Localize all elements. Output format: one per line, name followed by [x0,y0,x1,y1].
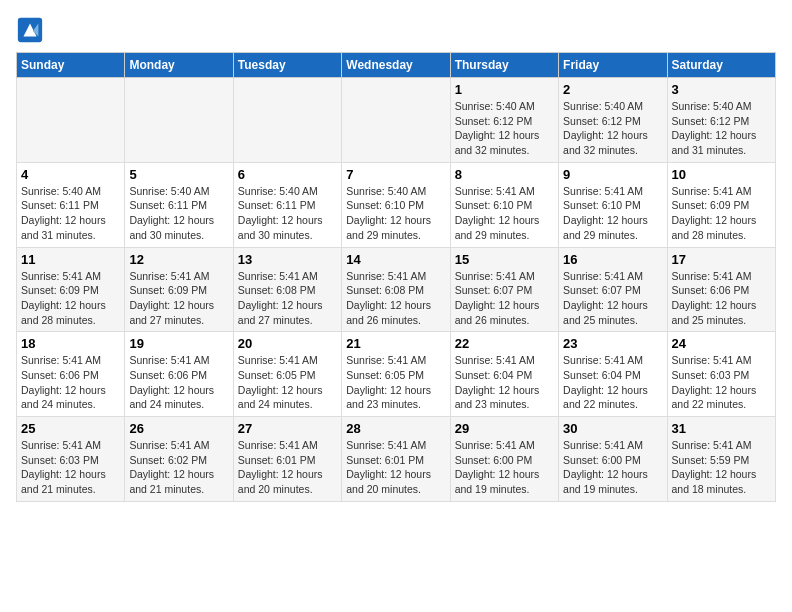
day-cell: 17Sunrise: 5:41 AM Sunset: 6:06 PM Dayli… [667,247,775,332]
day-info: Sunrise: 5:41 AM Sunset: 6:04 PM Dayligh… [455,353,554,412]
day-cell: 3Sunrise: 5:40 AM Sunset: 6:12 PM Daylig… [667,78,775,163]
day-info: Sunrise: 5:41 AM Sunset: 6:03 PM Dayligh… [21,438,120,497]
day-cell: 31Sunrise: 5:41 AM Sunset: 5:59 PM Dayli… [667,417,775,502]
day-cell: 4Sunrise: 5:40 AM Sunset: 6:11 PM Daylig… [17,162,125,247]
week-row-3: 11Sunrise: 5:41 AM Sunset: 6:09 PM Dayli… [17,247,776,332]
day-cell: 30Sunrise: 5:41 AM Sunset: 6:00 PM Dayli… [559,417,667,502]
day-info: Sunrise: 5:40 AM Sunset: 6:12 PM Dayligh… [455,99,554,158]
day-number: 13 [238,252,337,267]
day-cell: 5Sunrise: 5:40 AM Sunset: 6:11 PM Daylig… [125,162,233,247]
day-info: Sunrise: 5:41 AM Sunset: 6:02 PM Dayligh… [129,438,228,497]
day-info: Sunrise: 5:41 AM Sunset: 6:00 PM Dayligh… [563,438,662,497]
day-info: Sunrise: 5:41 AM Sunset: 6:05 PM Dayligh… [238,353,337,412]
day-number: 21 [346,336,445,351]
col-header-tuesday: Tuesday [233,53,341,78]
day-info: Sunrise: 5:41 AM Sunset: 6:07 PM Dayligh… [455,269,554,328]
day-cell: 7Sunrise: 5:40 AM Sunset: 6:10 PM Daylig… [342,162,450,247]
day-number: 8 [455,167,554,182]
day-info: Sunrise: 5:41 AM Sunset: 6:06 PM Dayligh… [21,353,120,412]
day-number: 1 [455,82,554,97]
day-cell: 28Sunrise: 5:41 AM Sunset: 6:01 PM Dayli… [342,417,450,502]
day-cell: 2Sunrise: 5:40 AM Sunset: 6:12 PM Daylig… [559,78,667,163]
day-number: 25 [21,421,120,436]
day-number: 3 [672,82,771,97]
day-number: 23 [563,336,662,351]
col-header-saturday: Saturday [667,53,775,78]
day-info: Sunrise: 5:41 AM Sunset: 5:59 PM Dayligh… [672,438,771,497]
col-header-monday: Monday [125,53,233,78]
day-number: 29 [455,421,554,436]
day-number: 7 [346,167,445,182]
day-info: Sunrise: 5:41 AM Sunset: 6:08 PM Dayligh… [346,269,445,328]
day-cell: 20Sunrise: 5:41 AM Sunset: 6:05 PM Dayli… [233,332,341,417]
day-cell: 9Sunrise: 5:41 AM Sunset: 6:10 PM Daylig… [559,162,667,247]
col-header-friday: Friday [559,53,667,78]
day-cell: 15Sunrise: 5:41 AM Sunset: 6:07 PM Dayli… [450,247,558,332]
day-cell [342,78,450,163]
day-cell: 21Sunrise: 5:41 AM Sunset: 6:05 PM Dayli… [342,332,450,417]
day-number: 4 [21,167,120,182]
day-info: Sunrise: 5:40 AM Sunset: 6:11 PM Dayligh… [21,184,120,243]
day-cell [125,78,233,163]
day-number: 15 [455,252,554,267]
day-info: Sunrise: 5:41 AM Sunset: 6:08 PM Dayligh… [238,269,337,328]
day-number: 20 [238,336,337,351]
logo-icon [16,16,44,44]
day-number: 2 [563,82,662,97]
day-info: Sunrise: 5:40 AM Sunset: 6:12 PM Dayligh… [563,99,662,158]
day-info: Sunrise: 5:41 AM Sunset: 6:09 PM Dayligh… [672,184,771,243]
day-number: 18 [21,336,120,351]
day-info: Sunrise: 5:40 AM Sunset: 6:11 PM Dayligh… [238,184,337,243]
day-info: Sunrise: 5:41 AM Sunset: 6:06 PM Dayligh… [129,353,228,412]
day-info: Sunrise: 5:41 AM Sunset: 6:00 PM Dayligh… [455,438,554,497]
day-info: Sunrise: 5:41 AM Sunset: 6:01 PM Dayligh… [238,438,337,497]
day-number: 16 [563,252,662,267]
day-number: 10 [672,167,771,182]
day-cell: 19Sunrise: 5:41 AM Sunset: 6:06 PM Dayli… [125,332,233,417]
day-cell: 6Sunrise: 5:40 AM Sunset: 6:11 PM Daylig… [233,162,341,247]
day-cell: 22Sunrise: 5:41 AM Sunset: 6:04 PM Dayli… [450,332,558,417]
day-cell: 27Sunrise: 5:41 AM Sunset: 6:01 PM Dayli… [233,417,341,502]
day-info: Sunrise: 5:41 AM Sunset: 6:09 PM Dayligh… [129,269,228,328]
day-info: Sunrise: 5:41 AM Sunset: 6:03 PM Dayligh… [672,353,771,412]
day-cell: 24Sunrise: 5:41 AM Sunset: 6:03 PM Dayli… [667,332,775,417]
day-number: 9 [563,167,662,182]
day-number: 5 [129,167,228,182]
col-header-sunday: Sunday [17,53,125,78]
col-header-wednesday: Wednesday [342,53,450,78]
week-row-1: 1Sunrise: 5:40 AM Sunset: 6:12 PM Daylig… [17,78,776,163]
day-cell: 13Sunrise: 5:41 AM Sunset: 6:08 PM Dayli… [233,247,341,332]
day-number: 17 [672,252,771,267]
day-number: 22 [455,336,554,351]
day-number: 24 [672,336,771,351]
day-cell [17,78,125,163]
day-number: 14 [346,252,445,267]
page-header [16,16,776,44]
day-cell: 29Sunrise: 5:41 AM Sunset: 6:00 PM Dayli… [450,417,558,502]
day-info: Sunrise: 5:41 AM Sunset: 6:07 PM Dayligh… [563,269,662,328]
day-cell: 16Sunrise: 5:41 AM Sunset: 6:07 PM Dayli… [559,247,667,332]
day-number: 11 [21,252,120,267]
day-cell: 23Sunrise: 5:41 AM Sunset: 6:04 PM Dayli… [559,332,667,417]
day-number: 26 [129,421,228,436]
col-header-thursday: Thursday [450,53,558,78]
day-info: Sunrise: 5:41 AM Sunset: 6:01 PM Dayligh… [346,438,445,497]
day-info: Sunrise: 5:40 AM Sunset: 6:10 PM Dayligh… [346,184,445,243]
day-cell [233,78,341,163]
day-cell: 26Sunrise: 5:41 AM Sunset: 6:02 PM Dayli… [125,417,233,502]
day-info: Sunrise: 5:41 AM Sunset: 6:04 PM Dayligh… [563,353,662,412]
day-cell: 25Sunrise: 5:41 AM Sunset: 6:03 PM Dayli… [17,417,125,502]
day-number: 30 [563,421,662,436]
day-number: 12 [129,252,228,267]
day-cell: 12Sunrise: 5:41 AM Sunset: 6:09 PM Dayli… [125,247,233,332]
day-cell: 1Sunrise: 5:40 AM Sunset: 6:12 PM Daylig… [450,78,558,163]
day-cell: 10Sunrise: 5:41 AM Sunset: 6:09 PM Dayli… [667,162,775,247]
day-cell: 18Sunrise: 5:41 AM Sunset: 6:06 PM Dayli… [17,332,125,417]
day-info: Sunrise: 5:41 AM Sunset: 6:06 PM Dayligh… [672,269,771,328]
day-number: 19 [129,336,228,351]
day-info: Sunrise: 5:41 AM Sunset: 6:05 PM Dayligh… [346,353,445,412]
day-number: 28 [346,421,445,436]
calendar-table: SundayMondayTuesdayWednesdayThursdayFrid… [16,52,776,502]
day-number: 27 [238,421,337,436]
week-row-4: 18Sunrise: 5:41 AM Sunset: 6:06 PM Dayli… [17,332,776,417]
